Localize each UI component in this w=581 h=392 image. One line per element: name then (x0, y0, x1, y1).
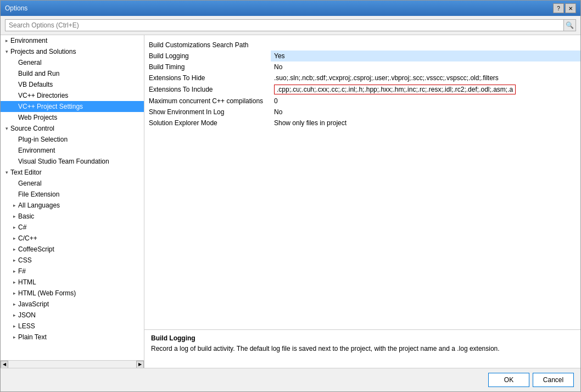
tree-item-text-editor[interactable]: ▾Text Editor (1, 167, 144, 178)
expand-icon[interactable]: ▸ (10, 201, 18, 209)
tree-item-source-control[interactable]: ▾Source Control (1, 123, 144, 134)
property-name: Extensions To Hide (144, 72, 271, 83)
tree-item-label: File Extension (18, 191, 59, 198)
dialog-body: 🔍 ▸Environment▾Projects and SolutionsGen… (1, 16, 580, 391)
tree-item-build-and-run[interactable]: Build and Run (1, 68, 144, 79)
property-name: Build Timing (144, 61, 271, 72)
left-panel: ▸Environment▾Projects and SolutionsGener… (1, 35, 144, 368)
tree-item-te-general[interactable]: General (1, 178, 144, 189)
expand-icon[interactable]: ▸ (3, 37, 10, 44)
tree-item-label: LESS (18, 322, 35, 330)
tree-item-label: Plain Text (18, 333, 47, 341)
search-bar: 🔍 (1, 16, 580, 35)
tree-item-plain-text[interactable]: ▸Plain Text (1, 332, 144, 343)
property-row: Extensions To Hide.suo;.sln;.ncb;.sdf;.v… (144, 72, 580, 83)
scroll-right-button[interactable]: ▶ (136, 361, 144, 368)
expand-icon[interactable]: ▸ (10, 223, 18, 231)
property-row: Maximum concurrent C++ compilations0 (144, 96, 580, 107)
property-name: Maximum concurrent C++ compilations (144, 96, 271, 107)
tree-item-label: HTML (18, 278, 36, 286)
tree-item-coffeescript[interactable]: ▸CoffeeScript (1, 244, 144, 255)
tree-item-less[interactable]: ▸LESS (1, 321, 144, 332)
property-row: Build TimingNo (144, 61, 580, 72)
property-value: No (271, 61, 580, 72)
expand-icon[interactable]: ▾ (3, 169, 10, 176)
tree-item-general[interactable]: General (1, 57, 144, 68)
tree-item-cpp[interactable]: ▸C/C++ (1, 233, 144, 244)
tree-container: ▸Environment▾Projects and SolutionsGener… (1, 35, 144, 360)
tree-item-label: VC++ Project Settings (18, 103, 83, 110)
ok-button[interactable]: OK (488, 373, 529, 387)
property-name: Solution Explorer Mode (144, 117, 271, 128)
expand-icon[interactable]: ▸ (10, 245, 18, 253)
expand-icon[interactable]: ▸ (10, 256, 18, 264)
help-button[interactable]: ? (553, 3, 564, 13)
tree-item-css[interactable]: ▸CSS (1, 255, 144, 266)
tree-item-label: Environment (18, 147, 55, 154)
tree-item-label: VB Defaults (18, 81, 53, 88)
hscroll-track (8, 361, 136, 368)
property-value: 0 (271, 96, 580, 107)
dialog-footer: OK Cancel (1, 368, 580, 391)
expand-icon[interactable]: ▸ (10, 311, 18, 319)
tree-item-web-projects[interactable]: Web Projects (1, 112, 144, 123)
leaf-icon (10, 180, 18, 187)
tree-item-csharp[interactable]: ▸C# (1, 222, 144, 233)
scroll-left-button[interactable]: ◀ (1, 361, 8, 368)
tree-item-environment[interactable]: ▸Environment (1, 35, 144, 46)
property-row: Build Customizations Search Path (144, 40, 580, 51)
tree-item-projects-solutions[interactable]: ▾Projects and Solutions (1, 46, 144, 57)
expand-icon[interactable]: ▸ (10, 234, 18, 242)
property-value: Show only files in project (271, 117, 580, 128)
leaf-icon (10, 158, 18, 165)
horizontal-scrollbar[interactable]: ◀ ▶ (1, 360, 144, 368)
tree-item-json[interactable]: ▸JSON (1, 310, 144, 321)
tree-item-file-extension[interactable]: File Extension (1, 189, 144, 200)
expand-icon[interactable]: ▸ (10, 333, 18, 341)
tree-item-label: Plug-in Selection (18, 136, 68, 143)
property-name: Show Environment In Log (144, 107, 271, 117)
tree-item-vcpp-project-settings[interactable]: VC++ Project Settings (1, 101, 144, 112)
tree-item-label: Web Projects (18, 114, 57, 121)
dialog-title: Options (5, 4, 27, 12)
close-button[interactable]: ✕ (565, 3, 576, 13)
tree-item-fsharp[interactable]: ▸F# (1, 266, 144, 277)
tree-item-vcpp-directories[interactable]: VC++ Directories (1, 90, 144, 101)
property-row: Build LoggingYes (144, 51, 580, 61)
property-row: Show Environment In LogNo (144, 107, 580, 117)
leaf-icon (10, 59, 18, 66)
tree-item-vstf[interactable]: Visual Studio Team Foundation (1, 156, 144, 167)
search-input[interactable] (5, 19, 564, 31)
tree-item-label: General (18, 180, 42, 187)
property-name: Extensions To Include (144, 83, 271, 96)
expand-icon[interactable]: ▸ (10, 278, 18, 286)
title-bar-buttons: ? ✕ (553, 3, 576, 13)
expand-icon[interactable]: ▸ (10, 322, 18, 330)
tree-item-javascript[interactable]: ▸JavaScript (1, 299, 144, 310)
expand-icon[interactable]: ▸ (10, 267, 18, 275)
search-button[interactable]: 🔍 (564, 19, 576, 31)
expand-icon[interactable]: ▾ (3, 125, 10, 132)
tree-item-sc-environment[interactable]: Environment (1, 145, 144, 156)
tree-item-vb-defaults[interactable]: VB Defaults (1, 79, 144, 90)
tree-item-basic[interactable]: ▸Basic (1, 211, 144, 222)
tree-item-label: CSS (18, 256, 32, 264)
cancel-button[interactable]: Cancel (533, 373, 574, 387)
tree-item-label: Projects and Solutions (10, 48, 76, 55)
expand-icon[interactable]: ▸ (10, 300, 18, 308)
tree-item-html[interactable]: ▸HTML (1, 277, 144, 288)
leaf-icon (10, 147, 18, 154)
tree-item-all-languages[interactable]: ▸All Languages (1, 200, 144, 211)
expand-icon[interactable]: ▾ (3, 48, 10, 55)
expand-icon[interactable]: ▸ (10, 289, 18, 297)
property-value (271, 40, 580, 51)
tree-item-html-webforms[interactable]: ▸HTML (Web Forms) (1, 288, 144, 299)
tree-item-label: Build and Run (18, 70, 59, 77)
title-bar: Options ? ✕ (1, 1, 580, 16)
tree-item-label: HTML (Web Forms) (18, 289, 76, 297)
expand-icon[interactable]: ▸ (10, 212, 18, 220)
tree-item-plugin-selection[interactable]: Plug-in Selection (1, 134, 144, 145)
tree-item-label: General (18, 59, 42, 66)
tree-item-label: Visual Studio Team Foundation (18, 158, 109, 165)
tree-item-label: JavaScript (18, 300, 49, 308)
